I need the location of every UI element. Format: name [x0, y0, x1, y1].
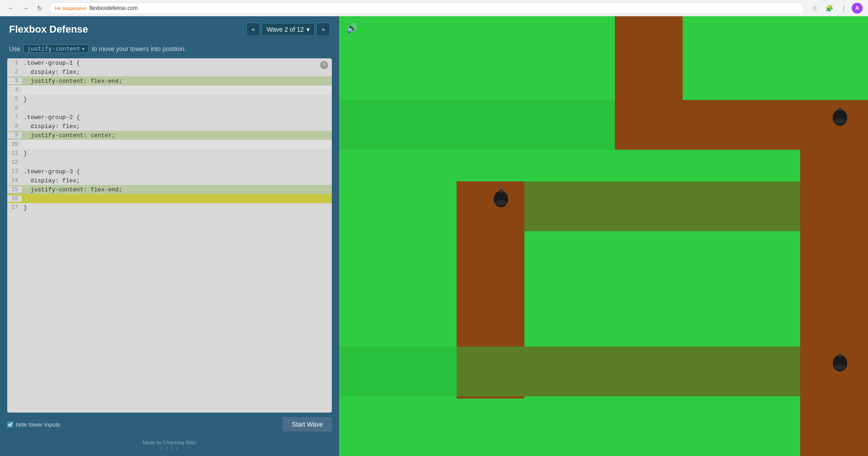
instruction-suffix: to move your towers into position.: [92, 45, 186, 52]
line-number: 13: [7, 168, 22, 175]
code-line: 10: [7, 140, 332, 149]
svg-rect-8: [339, 100, 615, 150]
wave-controls: « Wave 2 of 12 ▾ »: [246, 23, 330, 36]
code-line: 13.tower-group-3 {: [7, 167, 332, 176]
line-number: 14: [7, 177, 22, 184]
security-warning: Не защищено: [55, 5, 87, 11]
instruction-prefix: Use: [9, 45, 20, 52]
google-icon[interactable]: : [176, 445, 178, 451]
code-line: 12: [7, 158, 332, 167]
prev-wave-button[interactable]: «: [246, 23, 260, 36]
svg-rect-9: [524, 181, 800, 231]
extension-button[interactable]: 🧩: [823, 2, 835, 14]
line-content: [22, 162, 332, 163]
line-number: 4: [7, 87, 22, 93]
top-bar: Flexbox Defense « Wave 2 of 12 ▾ »: [0, 16, 339, 43]
line-content: display: flex;: [22, 122, 332, 131]
more-button[interactable]: ⋮: [837, 2, 850, 14]
keyword-text: justify-content: [27, 45, 80, 52]
svg-rect-13: [800, 347, 868, 396]
svg-rect-10: [339, 347, 800, 396]
line-content: display: flex;: [22, 176, 332, 185]
line-content: }: [22, 204, 332, 212]
line-content: }: [22, 149, 332, 158]
line-content: .tower-group-2 {: [22, 113, 332, 122]
line-number: 9: [7, 132, 22, 138]
footer: Made by Channing Allen    : [0, 436, 339, 456]
line-number: 15: [7, 186, 22, 193]
code-line: 8 display: flex;: [7, 122, 332, 131]
back-button[interactable]: ←: [5, 3, 16, 14]
bookmark-button[interactable]: ☆: [808, 2, 821, 14]
line-content: .tower-group-3 {: [22, 167, 332, 176]
profile-icon[interactable]: A: [852, 3, 863, 14]
code-line: 6: [7, 104, 332, 113]
code-line: 1.tower-group-1 {: [7, 58, 332, 67]
sound-button[interactable]: 🔊: [346, 23, 358, 33]
line-content: justify-content: center;: [22, 131, 332, 140]
code-line: 5}: [7, 95, 332, 104]
line-number: 8: [7, 123, 22, 129]
left-panel: Flexbox Defense « Wave 2 of 12 ▾ » Use j…: [0, 16, 339, 456]
code-line: 17}: [7, 203, 332, 212]
svg-point-25: [835, 364, 845, 370]
hide-inputs-text: hide tower inputs: [16, 421, 60, 428]
linkedin-icon[interactable]: : [171, 445, 173, 451]
wave-dropdown[interactable]: Wave 2 of 12 ▾: [262, 23, 315, 36]
line-number: 10: [7, 141, 22, 147]
svg-rect-11: [615, 100, 683, 150]
help-icon[interactable]: ?: [320, 61, 328, 69]
code-line: 11}: [7, 149, 332, 158]
twitter-icon[interactable]: : [166, 445, 168, 451]
start-wave-button[interactable]: Start Wave: [283, 417, 332, 432]
hide-inputs-checkbox[interactable]: [7, 422, 13, 428]
line-number: 6: [7, 105, 22, 111]
line-content[interactable]: [22, 143, 332, 145]
facebook-icon[interactable]: : [161, 445, 163, 451]
browser-icons: ☆ 🧩 ⋮ A: [808, 2, 863, 14]
wave-dropdown-arrow: ▾: [307, 26, 310, 33]
line-number: 16: [7, 195, 22, 202]
hide-inputs-label[interactable]: hide tower inputs: [7, 421, 60, 428]
line-content: .tower-group-1 {: [22, 59, 332, 67]
line-content: justify-content: flex-end;: [22, 185, 332, 194]
line-number: 1: [7, 60, 22, 66]
code-line: 16: [7, 194, 332, 203]
line-content: [22, 198, 332, 200]
code-line: 3 justify-content: flex-end;: [7, 76, 332, 86]
instructions: Use justify-content ▾ to move your tower…: [0, 43, 339, 58]
code-line: 14 display: flex;: [7, 176, 332, 185]
line-number: 12: [7, 159, 22, 166]
line-content[interactable]: [22, 89, 332, 91]
svg-rect-12: [457, 181, 524, 231]
code-editor[interactable]: ? 1.tower-group-1 {2 display: flex;3 jus…: [7, 58, 332, 413]
code-lines: 1.tower-group-1 {2 display: flex;3 justi…: [7, 58, 332, 212]
wave-label: Wave 2 of 12: [267, 26, 304, 33]
bottom-bar: hide tower inputs Start Wave: [0, 413, 339, 436]
code-line: 2 display: flex;: [7, 67, 332, 76]
footer-text: Made by Channing Allen: [9, 440, 330, 445]
svg-point-20: [495, 200, 506, 205]
code-line: 7.tower-group-2 {: [7, 113, 332, 122]
line-number: 11: [7, 150, 22, 157]
game-map: [339, 16, 868, 456]
svg-point-27: [838, 353, 842, 357]
svg-point-17: [838, 108, 842, 111]
svg-point-22: [499, 189, 503, 193]
line-content: display: flex;: [22, 68, 332, 76]
reload-button[interactable]: ↻: [34, 3, 45, 14]
address-bar[interactable]: Не защищено flexboxdefense.com: [49, 2, 805, 14]
code-line: 4: [7, 86, 332, 95]
line-number: 3: [7, 78, 22, 84]
forward-button[interactable]: →: [20, 3, 31, 14]
line-number: 17: [7, 204, 22, 211]
code-line: 15 justify-content: flex-end;: [7, 185, 332, 194]
line-number: 2: [7, 69, 22, 75]
line-number: 5: [7, 96, 22, 102]
next-wave-button[interactable]: »: [316, 23, 330, 36]
keyword-badge[interactable]: justify-content ▾: [23, 44, 89, 53]
keyword-arrow: ▾: [81, 45, 85, 52]
app-container: Flexbox Defense « Wave 2 of 12 ▾ » Use j…: [0, 16, 868, 456]
code-line: 9 justify-content: center;: [7, 131, 332, 140]
line-content: justify-content: flex-end;: [22, 77, 332, 86]
